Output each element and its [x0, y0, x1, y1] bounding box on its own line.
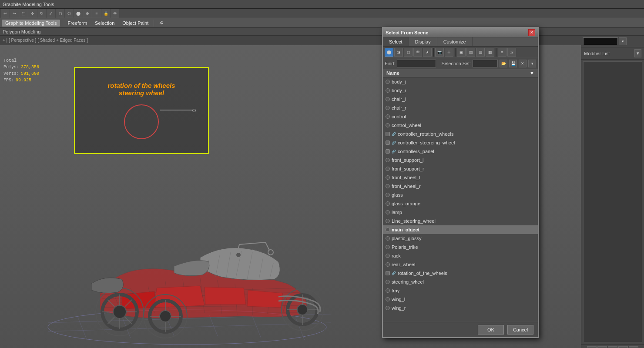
list-item[interactable]: chair_r — [383, 104, 538, 112]
anim-dot — [192, 109, 196, 112]
mod-btn-pin[interactable]: ≡ — [587, 346, 597, 348]
main-area: + | [ Perspective ] [ Shaded + Edged Fac… — [0, 36, 644, 348]
mod-btn-cut[interactable]: ✂ — [608, 346, 617, 348]
dialog-name-header: Name ▼ — [383, 69, 538, 77]
find-input[interactable] — [397, 60, 436, 67]
obj-dot-icon — [386, 201, 390, 206]
menu-graphite[interactable]: Graphite Modeling Tools — [2, 20, 60, 27]
obj-name-text: tray — [392, 288, 399, 293]
find-btn3[interactable]: ✕ — [519, 60, 527, 67]
object-list[interactable]: body_jbody_rchair_lchair_rcontrolcontrol… — [383, 77, 538, 322]
menu-extra[interactable]: ✲ — [156, 19, 167, 27]
chain-icon: 🔗 — [392, 271, 396, 275]
obj-name-text: glass — [392, 192, 403, 197]
list-item[interactable]: wing_l — [383, 295, 538, 304]
list-item[interactable]: Polaris_trike — [383, 243, 538, 251]
snap-icon[interactable]: 🔒 — [101, 9, 110, 18]
tb-all-icon[interactable]: ▤ — [466, 48, 475, 57]
list-item[interactable]: control — [383, 112, 538, 121]
undo-icon[interactable]: ↩ — [1, 9, 10, 18]
obj-dot-icon — [386, 97, 390, 101]
obj-name-text: wing_l — [392, 297, 405, 302]
list-item[interactable]: steering_wheel — [383, 278, 538, 286]
find-btn1[interactable]: 📂 — [500, 60, 507, 67]
ok-button[interactable]: OK — [478, 325, 504, 335]
list-item[interactable]: front_wheel_r — [383, 182, 538, 191]
redo-icon[interactable]: ↪ — [10, 9, 19, 18]
anim-text1: rotation of the wheels — [107, 82, 175, 89]
tab-customize[interactable]: Customize — [437, 37, 473, 46]
tool5-icon[interactable]: ≡ — [92, 9, 101, 18]
tool2-icon[interactable]: ⬡ — [65, 9, 74, 18]
obj-dot-icon — [386, 175, 390, 180]
find-expand-btn[interactable]: ▾ — [528, 60, 536, 67]
menu-selection[interactable]: Selection — [91, 20, 118, 27]
list-item[interactable]: control_wheel — [383, 121, 538, 130]
rotate-icon[interactable]: ↻ — [37, 9, 46, 18]
modifier-content — [583, 61, 642, 342]
tab-select[interactable]: Select — [383, 37, 409, 46]
menu-object-paint[interactable]: Object Paint — [119, 20, 152, 27]
view-icon[interactable]: 👁 — [111, 9, 119, 18]
find-btn2[interactable]: 💾 — [509, 60, 517, 67]
cancel-button[interactable]: Cancel — [507, 325, 533, 335]
obj-name-text: Line_steering_wheel — [392, 218, 436, 224]
mod-btn-link[interactable]: ⊕ — [597, 346, 607, 348]
tool1-icon[interactable]: ◻ — [56, 9, 64, 18]
tool4-icon[interactable]: ⊕ — [83, 9, 92, 18]
dialog-close-button[interactable]: ✕ — [528, 29, 535, 36]
tb-cam-icon[interactable]: 📷 — [435, 48, 444, 57]
obj-dot-icon — [386, 254, 390, 258]
list-item[interactable]: glass — [383, 191, 538, 199]
select-icon[interactable]: ⬚ — [19, 9, 28, 18]
tb-shape2-icon[interactable]: ◻ — [404, 48, 413, 57]
list-item[interactable]: glass_orange — [383, 199, 538, 208]
list-item[interactable]: lamp — [383, 208, 538, 217]
list-item[interactable]: wing_r — [383, 304, 538, 312]
mod-btn-paste[interactable]: 📄 — [629, 346, 638, 348]
panel-btn1[interactable]: ▾ — [619, 37, 627, 45]
tb-sel-icon[interactable]: ▥ — [476, 48, 485, 57]
list-item[interactable]: tray — [383, 286, 538, 295]
list-item[interactable]: front_wheel_l — [383, 173, 538, 182]
tb-expand-icon[interactable]: ⇲ — [507, 48, 516, 57]
obj-dot-icon — [386, 236, 390, 241]
list-item[interactable]: 🔗rotation_of_the_wheels — [383, 269, 538, 278]
list-item[interactable]: chair_l — [383, 95, 538, 104]
list-item[interactable]: body_j — [383, 77, 538, 86]
tb-shape1-icon[interactable]: ◑ — [394, 48, 403, 57]
list-item[interactable]: rear_wheel — [383, 260, 538, 269]
list-item[interactable]: 🔗controller_steereing_wheel — [383, 138, 538, 147]
tb-none-icon[interactable]: ▦ — [486, 48, 494, 57]
tb-helper-icon[interactable]: ✛ — [445, 48, 453, 57]
fps-value: 99.925 — [16, 77, 31, 84]
list-item[interactable]: main_object — [383, 225, 538, 234]
tb-light-icon[interactable]: ★ — [423, 48, 432, 57]
tb-eye-icon[interactable]: 👁 — [413, 48, 422, 57]
mod-btn-copy[interactable]: 📋 — [618, 346, 628, 348]
modifier-dropdown[interactable]: ▾ — [634, 49, 641, 57]
tab-display[interactable]: Display — [409, 37, 437, 46]
move-icon[interactable]: ✛ — [28, 9, 37, 18]
list-item[interactable]: plastic_glossy — [383, 234, 538, 243]
tb-filter-icon[interactable]: ≡ — [498, 48, 506, 57]
obj-name-text: plastic_glossy — [392, 236, 421, 241]
sel-set-dropdown[interactable] — [473, 60, 498, 67]
list-item[interactable]: front_support_r — [383, 164, 538, 173]
tb-layer-icon[interactable]: ▣ — [457, 48, 466, 57]
menu-freeform[interactable]: Freeform — [64, 20, 91, 27]
list-item[interactable]: Line_steering_wheel — [383, 217, 538, 225]
color-swatch[interactable] — [583, 37, 618, 45]
obj-dot-icon — [386, 210, 390, 214]
scale-icon[interactable]: ⤢ — [47, 9, 55, 18]
verts-label: Verts: — [3, 70, 19, 77]
tool3-icon[interactable]: ⬤ — [74, 9, 83, 18]
list-item[interactable]: rack — [383, 251, 538, 260]
list-item[interactable]: 🔗controllers_panel — [383, 147, 538, 156]
tb-sphere-icon[interactable]: ⬤ — [385, 48, 393, 57]
list-item[interactable]: 🔗controller_rotation_wheels — [383, 130, 538, 138]
tb-sep2 — [455, 48, 456, 57]
list-item[interactable]: body_r — [383, 86, 538, 95]
list-item[interactable]: front_support_l — [383, 156, 538, 164]
obj-dot-icon — [386, 193, 390, 197]
